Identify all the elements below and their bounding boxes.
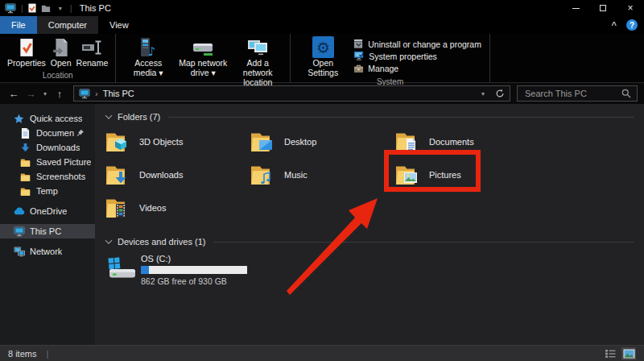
hard-drive-icon — [105, 255, 138, 281]
section-title: Folders (7) — [118, 112, 160, 122]
content-pane: Folders (7)3D ObjectsDesktopDocumentsDow… — [95, 104, 644, 345]
folder-tile-desktop[interactable]: Desktop — [250, 125, 388, 158]
properties-icon — [18, 36, 35, 58]
tab-file[interactable]: File — [0, 16, 37, 34]
map-network-drive-button[interactable]: Map network drive ▾ — [175, 36, 230, 77]
folder-tile-label: Desktop — [284, 137, 316, 147]
minimize-button[interactable] — [562, 0, 589, 16]
sidebar-item-onedrive[interactable]: OneDrive — [0, 204, 95, 218]
folder-icon — [19, 187, 31, 196]
section-folders-7: Folders (7)3D ObjectsDesktopDocumentsDow… — [105, 109, 634, 224]
tab-view[interactable]: View — [98, 16, 140, 34]
sidebar-item-label: OneDrive — [30, 206, 67, 216]
ribbon-tab-row: FileComputerView ^ ? — [0, 16, 644, 34]
sidebar-item-network[interactable]: Network — [0, 244, 95, 259]
section-title: Devices and drives (1) — [118, 237, 205, 247]
folder-tile-documents[interactable]: Documents — [394, 125, 533, 158]
sidebar-item-downloads[interactable]: Downloads — [0, 140, 95, 155]
drive-info: OS (C:)862 GB free of 930 GB — [141, 254, 247, 286]
open-button[interactable]: Open — [48, 36, 74, 68]
details-view-button[interactable] — [603, 347, 617, 360]
button-label: Manage — [368, 64, 398, 73]
videos-folder-icon — [105, 196, 134, 220]
downloads-folder-icon — [105, 163, 134, 187]
rename-button[interactable]: Rename — [74, 36, 111, 68]
sidebar-item-saved-pictures[interactable]: Saved Pictures — [0, 155, 95, 169]
qat-dropdown-icon[interactable]: ▾ — [56, 5, 65, 12]
open-settings-button[interactable]: ⚙Open Settings — [295, 36, 350, 77]
section-header[interactable]: Devices and drives (1) — [105, 234, 634, 250]
breadcrumb-chevron-icon: › — [95, 89, 98, 98]
pictures-folder-icon — [394, 163, 423, 187]
maximize-button[interactable] — [589, 0, 617, 16]
manage-button[interactable]: Manage — [353, 62, 481, 74]
music-folder-icon — [250, 163, 279, 187]
doc-icon — [19, 128, 31, 139]
section-divider — [213, 242, 634, 243]
properties-quick-icon[interactable] — [28, 3, 36, 13]
window-controls: × — [562, 0, 644, 16]
pin-icon — [74, 129, 86, 137]
cloud-icon — [13, 207, 25, 215]
ribbon-group-network: ♪Access media ▾Map network drive ▾Add a … — [116, 34, 291, 82]
folder-tile-label: 3D Objects — [139, 137, 183, 147]
folder-tile-videos[interactable]: Videos — [105, 191, 243, 224]
breadcrumb[interactable]: This PC — [103, 89, 134, 98]
folder-grid: 3D ObjectsDesktopDocumentsDownloadsMusic… — [105, 125, 634, 224]
address-field[interactable]: › This PC ▾ — [73, 85, 510, 102]
thumbnail-view-button[interactable] — [621, 347, 636, 360]
new-folder-quick-icon[interactable] — [41, 4, 51, 13]
folder-tile-label: Videos — [139, 203, 166, 213]
search-input[interactable] — [523, 88, 621, 99]
folder-tile-downloads[interactable]: Downloads — [105, 158, 243, 191]
sidebar-item-label: Screenshots — [36, 172, 85, 181]
access-media-button[interactable]: ♪Access media ▾ — [121, 36, 175, 77]
manage-icon — [353, 64, 364, 73]
section-header[interactable]: Folders (7) — [105, 109, 634, 125]
sidebar-item-quick-access[interactable]: Quick access — [0, 111, 95, 126]
refresh-icon[interactable] — [495, 89, 505, 98]
sidebar-item-documents[interactable]: Documents — [0, 126, 95, 140]
system-properties-button[interactable]: System properties — [353, 50, 481, 62]
chevron-down-icon[interactable] — [105, 239, 113, 245]
address-dropdown-icon[interactable]: ▾ — [478, 90, 488, 98]
settings-icon: ⚙ — [312, 36, 334, 58]
rename-icon — [81, 36, 102, 58]
address-bar-row: ← → ▾ ↑ › This PC ▾ — [0, 83, 644, 104]
forward-button[interactable]: → — [23, 88, 38, 100]
tab-computer[interactable]: Computer — [37, 16, 98, 34]
folder-tile-pictures[interactable]: Pictures — [394, 158, 533, 191]
search-icon[interactable] — [621, 89, 631, 98]
history-dropdown-icon[interactable]: ▾ — [40, 90, 50, 98]
folder-tile-label: Downloads — [139, 170, 183, 180]
folder-tile-3d-objects[interactable]: 3D Objects — [105, 125, 243, 158]
back-button[interactable]: ← — [6, 88, 21, 100]
button-label: Uninstall or change a program — [368, 39, 481, 49]
properties-button[interactable]: Properties — [5, 36, 48, 68]
collapse-ribbon-icon[interactable]: ^ — [612, 20, 617, 30]
add-a-network-location-button[interactable]: Add a network location — [230, 36, 285, 87]
folder-icon — [19, 172, 31, 181]
folder-tile-music[interactable]: Music — [250, 158, 388, 191]
sidebar-item-screenshots[interactable]: Screenshots — [0, 169, 95, 184]
window-title: This PC — [80, 3, 111, 13]
status-bar: 8 items | — [0, 345, 644, 361]
item-count: 8 items — [8, 349, 36, 359]
sidebar-item-this-pc[interactable]: This PC — [0, 224, 95, 239]
chevron-down-icon[interactable] — [105, 114, 113, 120]
ribbon-group-label: Location — [1, 71, 114, 82]
close-button[interactable]: × — [617, 0, 644, 16]
documents-folder-icon — [394, 130, 423, 154]
drive-tile-os-c[interactable]: OS (C:)862 GB free of 930 GB — [105, 254, 634, 286]
search-box[interactable] — [517, 85, 638, 102]
uninstall-or-change-a-program-button[interactable]: Uninstall or change a program — [353, 38, 481, 50]
up-button[interactable]: ↑ — [52, 88, 67, 100]
sidebar-item-temp[interactable]: Temp — [0, 184, 95, 198]
sidebar-item-label: This PC — [30, 226, 61, 236]
file-explorer-window: | ▾ | This PC × FileComputerView ^ ? Pro… — [0, 0, 644, 361]
open-icon — [52, 36, 71, 58]
title-bar: | ▾ | This PC × — [0, 0, 644, 16]
help-icon[interactable]: ? — [626, 19, 638, 31]
download-icon — [19, 143, 31, 153]
svg-text:♪: ♪ — [148, 44, 156, 58]
